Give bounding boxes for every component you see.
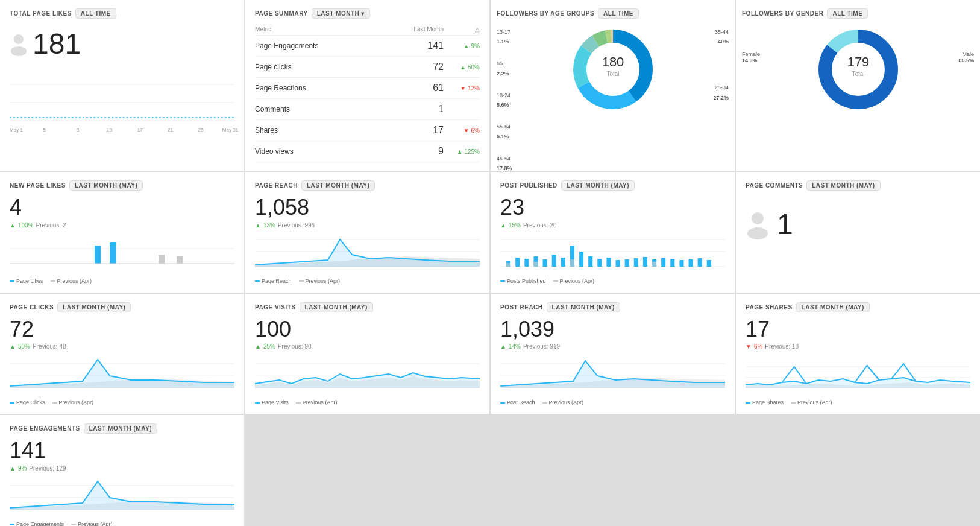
post-reach-change: 14% bbox=[509, 343, 521, 350]
page-visits-prev: Previous: 90 bbox=[278, 343, 312, 350]
page-engagements-prev: Previous: 129 bbox=[29, 465, 66, 472]
summary-row: Video views9▲ 125% bbox=[255, 141, 480, 162]
followers-age-period[interactable]: All Time bbox=[598, 8, 639, 19]
total-page-likes-value: 181 bbox=[33, 28, 81, 60]
age-label-5564: 55-646.1% bbox=[497, 122, 512, 141]
page-engagements-period[interactable]: Last Month (May) bbox=[84, 423, 157, 434]
followers-gender-period[interactable]: All Time bbox=[827, 8, 868, 19]
svg-rect-66 bbox=[570, 259, 574, 267]
svg-text:179: 179 bbox=[847, 54, 869, 69]
summary-metric: Shares bbox=[255, 120, 383, 141]
svg-text:5: 5 bbox=[43, 127, 46, 133]
summary-value: 141 bbox=[383, 36, 444, 57]
svg-text:May 31: May 31 bbox=[222, 127, 239, 133]
page-visits-change: 25% bbox=[263, 343, 275, 350]
svg-rect-62 bbox=[698, 258, 702, 267]
page-clicks-card: PAGE CLICKS Last Month (May) 72 ▲ 50% Pr… bbox=[0, 294, 244, 414]
post-published-period[interactable]: Last Month (May) bbox=[561, 180, 635, 191]
summary-metric: Comments bbox=[255, 99, 383, 120]
post-published-chart bbox=[500, 233, 725, 276]
new-page-likes-value: 4 bbox=[10, 195, 234, 220]
page-summary-table: Metric Last Month △ Page Engagements141▲… bbox=[255, 24, 480, 162]
svg-rect-43 bbox=[524, 259, 529, 267]
new-page-likes-card: NEW PAGE LIKES Last Month (May) 4 ▲ 100%… bbox=[0, 172, 244, 293]
svg-text:17: 17 bbox=[137, 127, 143, 133]
page-clicks-period[interactable]: Last Month (May) bbox=[57, 302, 131, 312]
svg-rect-46 bbox=[552, 255, 556, 267]
page-engagements-chart bbox=[10, 477, 234, 519]
post-reach-period[interactable]: Last Month (May) bbox=[547, 302, 620, 312]
summary-change bbox=[444, 99, 480, 120]
col-last-month: Last Month bbox=[383, 24, 444, 36]
svg-text:25: 25 bbox=[198, 127, 204, 133]
col-delta: △ bbox=[444, 24, 480, 36]
page-clicks-title: PAGE CLICKS Last Month (May) bbox=[10, 302, 131, 312]
new-page-likes-period[interactable]: Last Month (May) bbox=[69, 180, 143, 191]
svg-rect-47 bbox=[561, 258, 565, 267]
page-reach-title: PAGE REACH Last Month (May) bbox=[255, 180, 375, 191]
summary-row: Comments1 bbox=[255, 99, 480, 120]
page-visits-title: PAGE VISITS Last Month (May) bbox=[255, 302, 373, 312]
svg-point-1 bbox=[11, 46, 27, 56]
post-reach-prev: Previous: 919 bbox=[523, 343, 560, 350]
summary-value: 61 bbox=[383, 78, 444, 99]
summary-change: ▲ 50% bbox=[444, 57, 480, 78]
svg-rect-67 bbox=[652, 262, 656, 267]
svg-rect-28 bbox=[95, 246, 101, 264]
age-label-1824: 18-245.6% bbox=[497, 90, 512, 110]
page-visits-chart bbox=[255, 355, 480, 397]
page-summary-card: PAGE SUMMARY Last Month ▾ Metric Last Mo… bbox=[245, 0, 489, 171]
svg-point-68 bbox=[752, 212, 764, 224]
page-engagements-title: PAGE ENGAGEMENTS Last Month (May) bbox=[10, 423, 157, 434]
page-shares-value: 17 bbox=[746, 317, 970, 341]
followers-gender-card: FOLLOWERS BY GENDER All Time Female14.5%… bbox=[736, 0, 980, 171]
summary-metric: Page Reactions bbox=[255, 78, 383, 99]
page-visits-period[interactable]: Last Month (May) bbox=[300, 302, 373, 312]
summary-change: ▲ 9% bbox=[444, 36, 480, 57]
age-label-1317: 13-171.1% bbox=[497, 27, 512, 46]
gender-donut-chart: 179 Total bbox=[810, 21, 906, 118]
page-comments-value: 1 bbox=[777, 209, 793, 241]
svg-text:21: 21 bbox=[168, 127, 173, 133]
page-reach-period[interactable]: Last Month (May) bbox=[301, 180, 375, 191]
gender-label-male: Male85.5% bbox=[958, 51, 974, 63]
svg-rect-59 bbox=[670, 259, 674, 267]
summary-metric: Page Engagements bbox=[255, 36, 383, 57]
svg-rect-30 bbox=[159, 255, 165, 264]
new-page-likes-arrow: ▲ bbox=[10, 222, 16, 229]
page-reach-prev: Previous: 996 bbox=[278, 222, 315, 229]
person-icon-comments bbox=[746, 211, 770, 238]
svg-rect-54 bbox=[625, 259, 629, 267]
svg-rect-61 bbox=[689, 259, 693, 267]
page-summary-title: PAGE SUMMARY Last Month ▾ bbox=[255, 8, 370, 19]
summary-row: Page clicks72▲ 50% bbox=[255, 57, 480, 78]
svg-rect-49 bbox=[579, 252, 583, 267]
summary-metric: Video views bbox=[255, 141, 383, 162]
post-reach-title: POST REACH Last Month (May) bbox=[500, 302, 620, 312]
age-label-65plus: 65+2.2% bbox=[497, 59, 512, 78]
page-reach-card: PAGE REACH Last Month (May) 1,058 ▲ 13% … bbox=[245, 172, 489, 293]
svg-text:13: 13 bbox=[107, 127, 112, 133]
page-shares-prev: Previous: 18 bbox=[765, 343, 799, 350]
followers-gender-title: FOLLOWERS BY GENDER All Time bbox=[742, 8, 868, 19]
new-page-likes-prev: Previous: 2 bbox=[36, 222, 66, 229]
svg-rect-55 bbox=[634, 258, 638, 267]
post-published-title: POST PUBLISHED Last Month (May) bbox=[500, 180, 635, 191]
post-published-change: 15% bbox=[509, 222, 521, 229]
page-summary-period[interactable]: Last Month ▾ bbox=[312, 8, 370, 19]
page-shares-change: 6% bbox=[754, 343, 762, 350]
svg-point-69 bbox=[747, 227, 768, 239]
summary-row: Page Reactions61▼ 12% bbox=[255, 78, 480, 99]
svg-marker-79 bbox=[255, 373, 480, 388]
total-likes-chart: May 1 5 9 13 17 21 25 May 31 bbox=[10, 66, 234, 133]
total-page-likes-period[interactable]: All Time bbox=[75, 8, 116, 19]
svg-text:9: 9 bbox=[77, 127, 80, 133]
page-reach-value: 1,058 bbox=[255, 195, 480, 220]
new-likes-chart bbox=[10, 233, 234, 273]
page-clicks-value: 72 bbox=[10, 317, 234, 341]
svg-text:May 1: May 1 bbox=[10, 127, 23, 133]
page-shares-period[interactable]: Last Month (May) bbox=[796, 302, 870, 312]
page-comments-period[interactable]: Last Month (May) bbox=[806, 180, 880, 191]
age-label-2534: 25-3427.2% bbox=[713, 83, 729, 102]
page-shares-title: PAGE SHARES Last Month (May) bbox=[746, 302, 870, 312]
